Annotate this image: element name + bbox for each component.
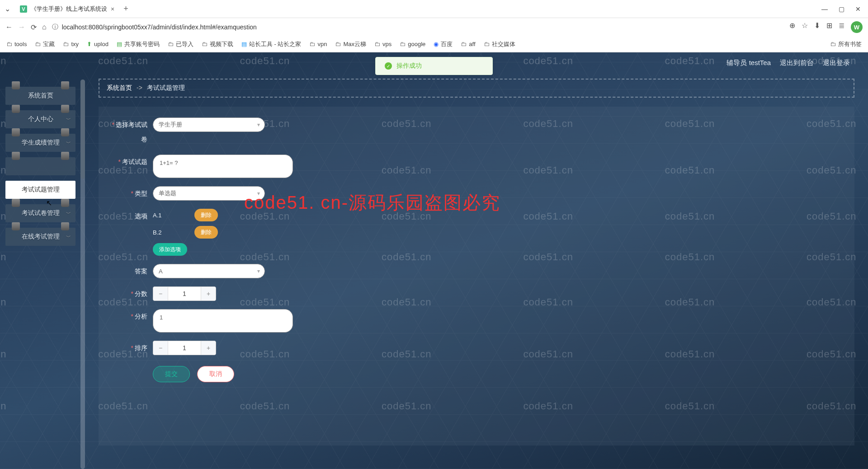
bookmark-item[interactable]: 🗀aff: [461, 41, 475, 47]
bookmark-item[interactable]: 🗀txy: [63, 41, 79, 47]
folder-icon: 🗀: [830, 41, 836, 47]
to-front-link[interactable]: 退出到前台: [780, 59, 814, 67]
breadcrumb-current: 考试试题管理: [147, 84, 185, 92]
order-value[interactable]: 1: [168, 341, 201, 355]
bookmark-item[interactable]: 🗀Max云梯: [335, 40, 366, 48]
all-bookmarks[interactable]: 🗀所有书签: [830, 40, 862, 48]
folder-icon: 🗀: [484, 41, 490, 47]
option-text: A.1: [153, 212, 189, 219]
user-role-label: 辅导员 testTea: [726, 59, 771, 67]
download-icon[interactable]: ⬇: [814, 21, 820, 33]
minimize-button[interactable]: ―: [821, 5, 828, 13]
logout-link[interactable]: 退出登录: [823, 59, 850, 67]
bookmark-item[interactable]: 🗀社交媒体: [484, 40, 515, 48]
label-answer: 答案: [135, 267, 147, 275]
label-question: 考试试题: [122, 158, 147, 165]
home-button[interactable]: ⌂: [42, 23, 47, 31]
increase-button[interactable]: +: [201, 341, 216, 355]
score-value[interactable]: 1: [168, 287, 201, 300]
textarea-question[interactable]: 1+1= ?: [153, 155, 293, 178]
close-window-button[interactable]: ✕: [855, 5, 861, 13]
cancel-button[interactable]: 取消: [197, 366, 234, 382]
bookmark-item[interactable]: 🗀tools: [6, 41, 27, 47]
submit-button[interactable]: 提交: [153, 366, 190, 382]
sidebar-item-home[interactable]: 系统首页: [5, 87, 75, 105]
folder-icon: 🗀: [461, 41, 467, 47]
folder-icon: 🗀: [63, 41, 69, 47]
success-toast: ✓ 操作成功: [375, 57, 493, 75]
folder-icon: 🗀: [400, 41, 406, 47]
sidebar-scrollbar[interactable]: [80, 80, 85, 469]
forward-button[interactable]: →: [18, 23, 25, 31]
url-input[interactable]: ⓘ localhost:8080/springboot05xx7/admin/d…: [52, 23, 784, 31]
delete-option-button[interactable]: 删除: [194, 209, 218, 221]
textarea-analysis[interactable]: 1: [153, 309, 293, 333]
extensions-icon[interactable]: ⊞: [826, 21, 832, 33]
chevron-down-icon[interactable]: ⌄: [0, 5, 14, 13]
bookmark-item[interactable]: ◉百度: [434, 40, 453, 48]
close-icon[interactable]: ×: [111, 5, 114, 13]
page-icon: ▤: [241, 41, 247, 47]
tab-title: 《学生手册》线上考试系统设: [31, 5, 107, 13]
bookmark-item[interactable]: 🗀google: [400, 41, 425, 47]
breadcrumb-separator: ->: [137, 84, 142, 92]
bookmark-item[interactable]: 🗀宝藏: [35, 40, 55, 48]
password-icon[interactable]: ⊕: [789, 21, 795, 33]
chevron-down-icon: ﹀: [66, 140, 71, 146]
bookmark-item[interactable]: ▤共享账号密码: [117, 40, 160, 48]
chevron-down-icon: ﹀: [66, 234, 71, 240]
increase-button[interactable]: +: [201, 287, 216, 300]
page-icon: ▤: [117, 41, 122, 47]
bookmark-icon[interactable]: ☆: [802, 21, 808, 33]
new-tab-button[interactable]: +: [123, 4, 128, 14]
bookmark-item[interactable]: 🗀vps: [374, 41, 392, 47]
folder-icon: 🗀: [202, 41, 208, 47]
option-row: A.1 删除: [153, 209, 218, 221]
back-button[interactable]: ←: [5, 23, 13, 31]
label-analysis: 分析: [135, 313, 147, 320]
browser-tab[interactable]: V 《学生手册》线上考试系统设 ×: [14, 1, 120, 17]
sidebar-item-exam-questions[interactable]: 考试试题管理: [5, 181, 75, 199]
sidebar-item-exam-papers[interactable]: 考试试卷管理﹀: [5, 204, 75, 222]
breadcrumb-home[interactable]: 系统首页: [107, 84, 132, 92]
number-order: − 1 +: [153, 341, 216, 355]
action-row: 提交 取消: [108, 366, 845, 382]
watermark-red: code51. cn-源码乐园盗图必究: [244, 190, 500, 215]
sidebar-item-blank[interactable]: [5, 157, 75, 175]
sidebar-item-profile[interactable]: 个人中心﹀: [5, 110, 75, 128]
sidebar-item-grades[interactable]: 学生成绩管理﹀: [5, 134, 75, 152]
bookmark-item[interactable]: ▤站长工具 - 站长之家: [241, 40, 302, 48]
option-row: B.2 删除: [153, 226, 218, 239]
label-paper: 选择考试试卷: [116, 121, 147, 143]
check-icon: ✓: [385, 62, 392, 70]
top-header: 辅导员 testTea 退出到前台 退出登录: [726, 59, 850, 67]
content-area: 系统首页 -> 考试试题管理 *选择考试试卷 学生手册 *考试试题 1+1= ?…: [99, 79, 854, 469]
label-options: 选项: [135, 212, 147, 220]
url-text: localhost:8080/springboot05xx7/admin/dis…: [62, 23, 257, 31]
site-info-icon[interactable]: ⓘ: [52, 23, 58, 31]
maximize-button[interactable]: ▢: [839, 5, 844, 13]
select-paper[interactable]: 学生手册: [153, 117, 265, 132]
toast-text: 操作成功: [396, 62, 422, 70]
label-score: 分数: [135, 290, 147, 297]
bookmark-item[interactable]: ⬆uplod: [87, 41, 108, 47]
form-panel: *选择考试试卷 学生手册 *考试试题 1+1= ? *类型 单选题 选项 A.1…: [99, 107, 854, 446]
delete-option-button[interactable]: 删除: [194, 226, 218, 239]
chevron-down-icon: ﹀: [66, 210, 71, 217]
folder-icon: 🗀: [6, 41, 12, 47]
bookmark-item[interactable]: 🗀已导入: [168, 40, 193, 48]
reading-list-icon[interactable]: ≣: [839, 21, 844, 33]
reload-button[interactable]: ⟳: [31, 23, 37, 32]
baidu-icon: ◉: [434, 41, 439, 47]
bookmark-item[interactable]: 🗀视频下载: [202, 40, 233, 48]
profile-avatar[interactable]: W: [851, 21, 863, 33]
add-option-button[interactable]: 添加选项: [153, 243, 187, 256]
decrease-button[interactable]: −: [153, 287, 168, 300]
app-root: code51.cncode51.cncode51.cncode51.cncode…: [0, 52, 868, 469]
sidebar-item-online-exam[interactable]: 在线考试管理﹀: [5, 228, 75, 246]
bookmarks-bar: 🗀tools 🗀宝藏 🗀txy ⬆uplod ▤共享账号密码 🗀已导入 🗀视频下…: [0, 36, 868, 52]
bookmark-item[interactable]: 🗀vpn: [309, 41, 327, 47]
select-answer[interactable]: A: [153, 264, 265, 278]
decrease-button[interactable]: −: [153, 341, 168, 355]
folder-icon: 🗀: [168, 41, 174, 47]
